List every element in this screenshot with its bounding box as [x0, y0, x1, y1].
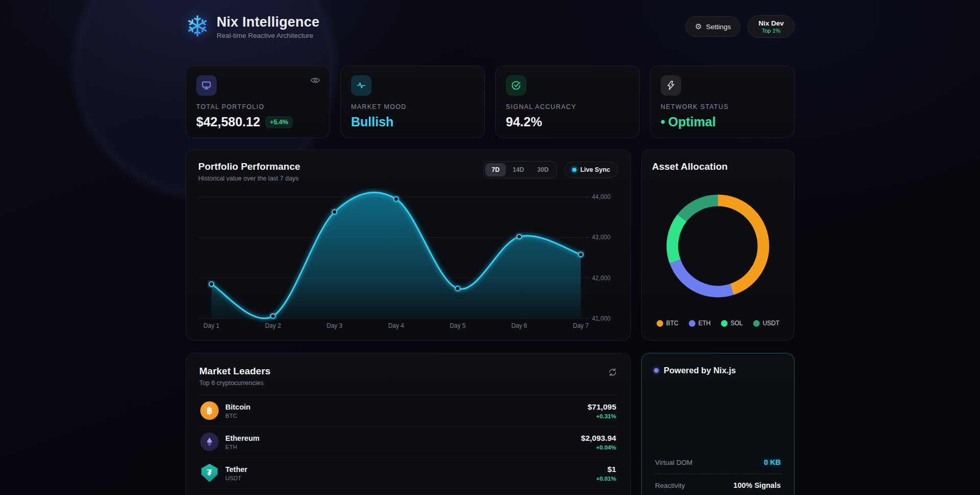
- eye-icon[interactable]: [310, 75, 320, 87]
- live-sync-dot-icon: [572, 168, 576, 172]
- coin-change: +0.31%: [588, 413, 616, 419]
- stat-label: MARKET MOOD: [351, 103, 474, 110]
- pulse-icon: [351, 75, 371, 96]
- portfolio-value: $42,580.12: [196, 115, 260, 129]
- performance-line-chart[interactable]: 44,00043,00042,00041,000Day 1Day 2Day 3D…: [198, 188, 618, 334]
- data-point[interactable]: [209, 282, 214, 286]
- y-axis-tick: 41,000: [592, 315, 611, 322]
- data-point[interactable]: [455, 286, 460, 291]
- legend-label: BTC: [666, 320, 679, 327]
- tether-icon: ₮: [200, 464, 219, 482]
- network-status-value: Optimal: [668, 115, 716, 129]
- stat-card-network-status: NETWORK STATUS • Optimal: [650, 65, 795, 138]
- asset-allocation-card: Asset Allocation BTCETHSOLUSDT: [641, 149, 795, 341]
- allocation-donut-chart[interactable]: [652, 172, 784, 320]
- app-title: Nix Intelligence: [217, 14, 319, 30]
- coin-symbol: USDT: [225, 475, 247, 481]
- brand: ❄ Nix Intelligence Real-time Reactive Ar…: [185, 12, 319, 41]
- logo-snowflake-icon: ❄: [185, 12, 209, 41]
- bitcoin-icon: ฿: [200, 401, 219, 420]
- settings-label: Settings: [706, 23, 731, 31]
- gear-icon: ⚙: [695, 22, 702, 31]
- profile-name: Nix Dev: [758, 19, 784, 27]
- check-circle-icon: [506, 75, 526, 96]
- stat-label: NETWORK STATUS: [661, 103, 784, 110]
- coin-name: Ethereum: [225, 434, 260, 442]
- page-container: ❄ Nix Intelligence Real-time Reactive Ar…: [185, 0, 795, 495]
- data-point[interactable]: [271, 314, 275, 319]
- x-axis-tick: Day 1: [203, 322, 219, 329]
- nix-row-value: 100% Signals: [733, 481, 781, 489]
- donut-segment-usdt[interactable]: [662, 190, 774, 302]
- legend-item-usdt[interactable]: USDT: [753, 320, 780, 327]
- coin-symbol: BTC: [225, 413, 250, 419]
- profile-chip[interactable]: Nix Dev Top 1%: [748, 15, 795, 38]
- signal-accuracy-value: 94.2%: [506, 115, 542, 129]
- legend-dot-icon: [657, 320, 663, 327]
- coin-change: +0.04%: [581, 444, 616, 451]
- y-axis-tick: 44,000: [592, 193, 611, 200]
- performance-subtitle: Historical value over the last 7 days: [198, 175, 300, 182]
- data-point[interactable]: [517, 234, 522, 239]
- coin-row-tether[interactable]: ₮ Tether USDT $1 +0.01%: [199, 458, 617, 489]
- stat-card-total-portfolio: TOTAL PORTFOLIO $42,580.12 +5.4%: [185, 65, 330, 138]
- header: ❄ Nix Intelligence Real-time Reactive Ar…: [185, 7, 795, 46]
- nix-row-reactivity: Reactivity 100% Signals: [654, 474, 782, 495]
- live-sync-label: Live Sync: [580, 166, 610, 173]
- allocation-legend: BTCETHSOLUSDT: [652, 320, 784, 329]
- coin-row-ethereum[interactable]: Ethereum ETH $2,093.94 +0.04%: [199, 426, 617, 458]
- portfolio-delta-badge: +5.4%: [265, 116, 293, 128]
- performance-title: Portfolio Performance: [198, 161, 300, 172]
- market-leaders-card: Market Leaders Top 6 cryptocurrencies ฿ …: [185, 353, 631, 495]
- donut-segment-sol[interactable]: [662, 190, 774, 302]
- x-axis-tick: Day 7: [573, 322, 589, 329]
- legend-item-sol[interactable]: SOL: [721, 320, 743, 327]
- market-title: Market Leaders: [199, 366, 270, 377]
- y-axis-tick: 43,000: [592, 234, 611, 241]
- data-point[interactable]: [332, 210, 337, 214]
- legend-item-eth[interactable]: ETH: [689, 320, 711, 327]
- y-axis-tick: 42,000: [592, 275, 611, 282]
- tab-14d[interactable]: 14D: [507, 163, 530, 176]
- nix-dot-icon: [654, 368, 659, 373]
- legend-dot-icon: [721, 320, 728, 327]
- coin-symbol: ETH: [225, 444, 260, 450]
- coin-change: +0.01%: [596, 476, 616, 482]
- nix-row-virtual-dom: Virtual DOM 0 KB: [654, 451, 782, 474]
- data-point[interactable]: [394, 197, 399, 201]
- tab-30d[interactable]: 30D: [531, 163, 555, 176]
- stat-label: SIGNAL ACCURACY: [506, 103, 629, 110]
- ethereum-icon: [200, 433, 219, 451]
- stat-card-signal-accuracy: SIGNAL ACCURACY 94.2%: [495, 65, 640, 138]
- live-sync-badge[interactable]: Live Sync: [564, 162, 618, 178]
- settings-button[interactable]: ⚙ Settings: [685, 16, 740, 37]
- refresh-icon[interactable]: [608, 368, 617, 379]
- donut-segment-eth[interactable]: [662, 190, 774, 302]
- nix-row-label: Virtual DOM: [655, 459, 692, 466]
- market-mood-value: Bullish: [351, 115, 393, 129]
- nix-row-value: 0 KB: [764, 458, 781, 466]
- legend-item-btc[interactable]: BTC: [657, 320, 679, 327]
- legend-label: ETH: [698, 320, 711, 327]
- range-tab-group: 7D 14D 30D: [483, 161, 556, 178]
- stat-card-market-mood: MARKET MOOD Bullish: [340, 65, 485, 138]
- data-point[interactable]: [578, 252, 583, 257]
- legend-dot-icon: [753, 320, 760, 327]
- status-dot: •: [661, 115, 665, 129]
- coin-price: $2,093.94: [581, 434, 616, 443]
- x-axis-tick: Day 3: [326, 322, 342, 329]
- x-axis-tick: Day 4: [388, 322, 404, 329]
- nix-title: Powered by Nix.js: [664, 366, 736, 375]
- coin-name: Bitcoin: [225, 403, 250, 411]
- chart-area-fill: [212, 192, 581, 319]
- stat-label: TOTAL PORTFOLIO: [196, 103, 319, 110]
- portfolio-performance-card: Portfolio Performance Historical value o…: [185, 149, 631, 341]
- tab-7d[interactable]: 7D: [485, 163, 505, 176]
- coin-row-bitcoin[interactable]: ฿ Bitcoin BTC $71,095 +0.31%: [199, 395, 617, 426]
- x-axis-tick: Day 2: [265, 322, 281, 329]
- allocation-title: Asset Allocation: [652, 161, 784, 172]
- coin-price: $1: [596, 465, 616, 474]
- stats-row: TOTAL PORTFOLIO $42,580.12 +5.4% MARKET …: [185, 65, 795, 138]
- legend-label: USDT: [763, 320, 780, 327]
- bolt-icon: [661, 75, 681, 96]
